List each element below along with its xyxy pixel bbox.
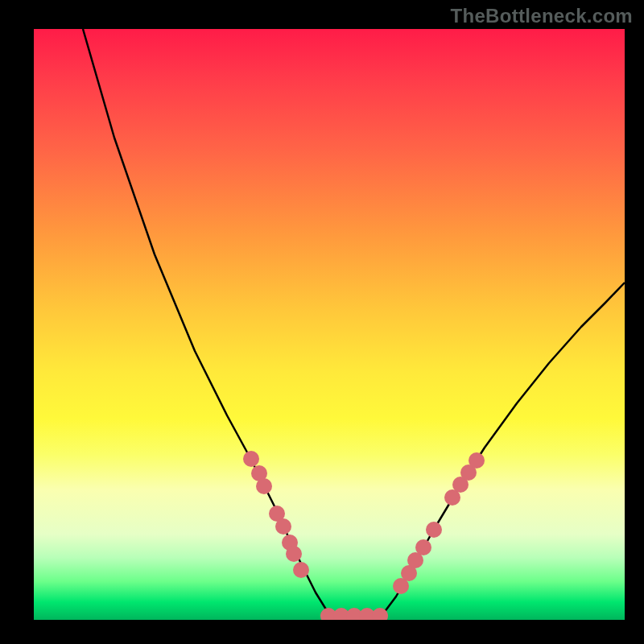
data-point [256, 478, 272, 494]
data-point [286, 546, 302, 562]
watermark-text: TheBottleneck.com [451, 5, 633, 27]
data-point [243, 451, 259, 467]
bottleneck-curve [83, 29, 625, 616]
chart-area [34, 29, 625, 620]
chart-markers [243, 451, 485, 620]
app-frame: TheBottleneck.com [0, 0, 644, 644]
data-point [293, 562, 309, 578]
data-point [275, 518, 291, 535]
chart-svg [34, 29, 625, 620]
data-point [469, 452, 485, 469]
data-point [415, 539, 431, 555]
data-point [426, 522, 442, 538]
chart-curves [83, 29, 625, 616]
